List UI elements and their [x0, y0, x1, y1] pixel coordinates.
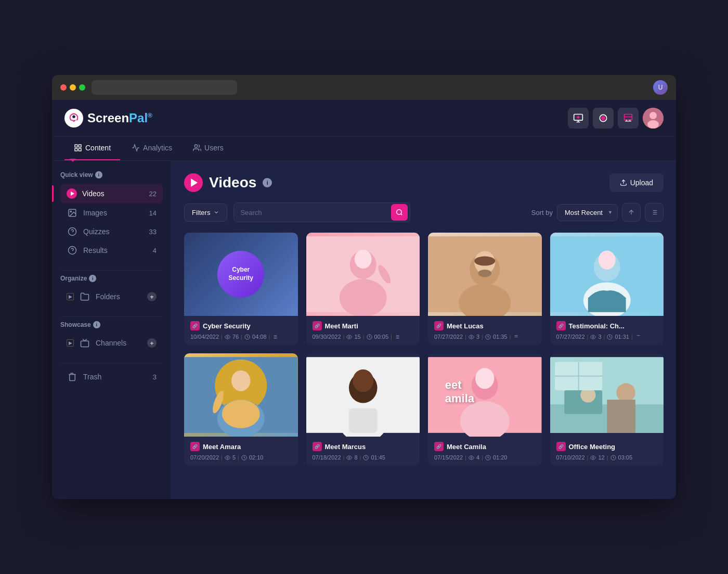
- sidebar-item-quizzes[interactable]: Quizzes 33: [60, 222, 163, 241]
- search-bar: [233, 202, 410, 222]
- add-folder-button[interactable]: +: [147, 292, 157, 301]
- folders-expand-icon[interactable]: ▶: [67, 293, 74, 300]
- svg-point-67: [593, 336, 594, 338]
- svg-point-72: [231, 371, 250, 391]
- svg-point-28: [397, 210, 401, 214]
- video-title: Cyber Security: [203, 322, 251, 330]
- search-button[interactable]: [391, 204, 408, 221]
- link-icon: 🔗: [190, 442, 200, 451]
- video-info: 🔗 Meet Camila 07/15/2022 | 4 | 01:20: [428, 437, 542, 466]
- sort-select[interactable]: Most Recent Oldest First Title A-Z Title…: [557, 204, 618, 221]
- video-card[interactable]: 🔗 Meet Marcus 07/18/2022 | 8 | 01:45: [306, 353, 420, 466]
- cyber-badge: CyberSecurity: [217, 251, 264, 298]
- svg-point-19: [194, 145, 197, 147]
- channels-icon: [79, 338, 90, 348]
- video-title: Meet Marti: [325, 322, 358, 330]
- video-card[interactable]: eetamila 🔗 Meet Camila 07/15/2022 | 4: [428, 353, 542, 466]
- video-info: 🔗 Meet Marti 09/30/2022 | 15 | 00:05 |: [306, 316, 420, 345]
- divider-1: [60, 270, 163, 271]
- divider-3: [60, 363, 163, 363]
- upload-button[interactable]: Upload: [609, 173, 664, 192]
- video-title-row: 🔗 Meet Lucas: [434, 321, 536, 330]
- sort-area: Sort by Most Recent Oldest First Title A…: [531, 203, 664, 222]
- video-meta: 07/27/2022 | 3 | 01:35 |: [434, 334, 536, 340]
- organize-info-icon: i: [89, 275, 96, 282]
- video-info: 🔗 Meet Amara 07/20/2022 | 5 | 02:10: [184, 437, 298, 466]
- video-thumbnail: [184, 353, 298, 437]
- svg-point-14: [647, 120, 659, 129]
- video-meta: 07/15/2022 | 4 | 01:20: [434, 454, 536, 461]
- video-meta: 07/18/2022 | 8 | 01:45: [313, 454, 414, 461]
- organize-section: Organize i ▶ Folders +: [52, 275, 171, 306]
- avatar-image: [643, 108, 664, 129]
- video-thumbnail: [428, 233, 542, 316]
- page-title: Videos: [209, 174, 256, 191]
- video-card[interactable]: 🔗 Testimonial: Ch... 07/27/2022 | 3 | 01…: [550, 233, 664, 345]
- video-title: Meet Amara: [203, 443, 241, 451]
- svg-point-76: [227, 457, 228, 458]
- video-title-row: 🔗 Cyber Security: [190, 321, 292, 330]
- quickview-section: Quick view i Videos 22: [52, 171, 171, 260]
- sort-order-toggle[interactable]: [622, 203, 641, 222]
- close-button[interactable]: [60, 84, 67, 91]
- trash-icon: [67, 372, 78, 381]
- video-card[interactable]: 🔗 Meet Lucas 07/27/2022 | 3 | 01:35 |: [428, 233, 542, 345]
- video-info: 🔗 Cyber Security 10/04/2022 | 76 | 04:08…: [184, 316, 298, 345]
- main-layout: Quick view i Videos 22: [52, 161, 676, 499]
- nav-active-indicator: [70, 159, 76, 162]
- video-title: Meet Lucas: [447, 322, 484, 330]
- sidebar-item-videos[interactable]: Videos 22: [60, 184, 163, 203]
- svg-point-21: [70, 211, 71, 212]
- channels-expand-icon[interactable]: ▶: [67, 339, 74, 347]
- filters-button[interactable]: Filters: [184, 203, 227, 222]
- sidebar: Quick view i Videos 22: [52, 161, 172, 499]
- organize-label: Organize i: [60, 275, 163, 282]
- url-bar[interactable]: [92, 80, 237, 95]
- svg-point-13: [649, 112, 657, 119]
- capture-button[interactable]: [568, 108, 589, 129]
- nav-bar: Content Analytics Users: [52, 136, 676, 161]
- video-card[interactable]: 🔗 Office Meeting 07/10/2022 | 12 | 03:05: [550, 353, 664, 466]
- minimize-button[interactable]: [70, 84, 76, 91]
- sidebar-item-results[interactable]: Results 4: [60, 241, 163, 260]
- link-icon: 🔗: [556, 321, 566, 330]
- link-icon: 🔗: [434, 442, 444, 451]
- video-card[interactable]: 🔗 Meet Marti 09/30/2022 | 15 | 00:05 |: [306, 233, 420, 345]
- videos-title-icon: [184, 173, 203, 192]
- video-meta: 07/10/2022 | 12 | 03:05: [556, 454, 658, 461]
- svg-point-74: [222, 400, 260, 428]
- maximize-button[interactable]: [79, 84, 85, 91]
- logo[interactable]: ScreenPal®: [64, 109, 152, 127]
- list-view-toggle[interactable]: [645, 203, 664, 222]
- sidebar-item-channels[interactable]: ▶ Channels +: [60, 334, 163, 352]
- video-title-row: 🔗 Meet Marti: [313, 321, 414, 330]
- svg-rect-82: [348, 408, 377, 432]
- search-input[interactable]: [240, 209, 391, 216]
- svg-rect-16: [79, 145, 81, 147]
- video-card[interactable]: 🔗 Meet Amara 07/20/2022 | 5 | 02:10: [184, 353, 298, 466]
- browser-user-avatar: U: [653, 80, 668, 95]
- sidebar-item-trash[interactable]: Trash 3: [60, 367, 163, 386]
- video-thumbnail: [550, 233, 664, 316]
- video-info: 🔗 Office Meeting 07/10/2022 | 12 | 03:05: [550, 437, 664, 466]
- video-thumbnail: CyberSecurity: [184, 233, 298, 316]
- nav-item-users[interactable]: Users: [184, 136, 233, 160]
- divider-2: [60, 316, 163, 317]
- nav-item-content[interactable]: Content: [64, 136, 120, 160]
- header-tools: [568, 108, 664, 129]
- video-meta: 07/20/2022 | 5 | 02:10: [190, 454, 292, 461]
- sidebar-item-images[interactable]: Images 14: [60, 203, 163, 222]
- video-card[interactable]: CyberSecurity 🔗 Cyber Security 10/04/202…: [184, 233, 298, 345]
- add-channel-button[interactable]: +: [147, 338, 157, 348]
- link-icon: 🔗: [313, 321, 322, 330]
- app-header: ScreenPal®: [52, 100, 676, 136]
- nav-item-analytics[interactable]: Analytics: [122, 136, 181, 160]
- user-avatar[interactable]: [643, 108, 664, 129]
- video-meta: 07/27/2022 | 3 | 01:31 |: [556, 334, 658, 340]
- videos-info-icon: i: [263, 178, 272, 187]
- showcase-label: Showcase i: [60, 321, 163, 328]
- editor-button[interactable]: [618, 108, 639, 129]
- traffic-lights: [60, 84, 85, 91]
- sidebar-item-folders[interactable]: ▶ Folders +: [60, 287, 163, 306]
- record-button[interactable]: [593, 108, 614, 129]
